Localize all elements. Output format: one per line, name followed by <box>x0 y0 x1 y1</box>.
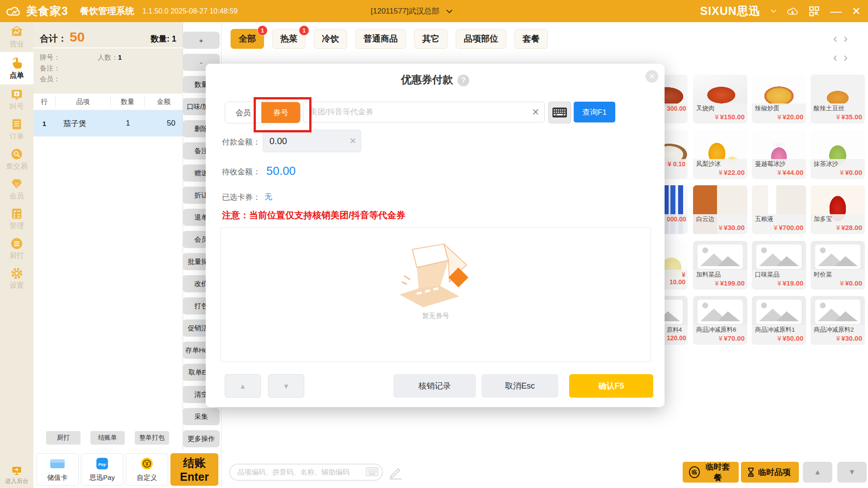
product-card[interactable]: 商品冲减原料2¥¥30.00 <box>811 296 865 345</box>
coupon-code-input[interactable] <box>303 102 545 122</box>
category-tab-combo[interactable]: 套餐 <box>514 29 548 49</box>
payment-method-label: 储值卡 <box>47 474 68 482</box>
product-label-strip: 口味菜品¥¥19.00 <box>752 270 806 290</box>
product-card-partial[interactable]: ¥ 10.00 <box>665 241 688 290</box>
sidebar-item-settings[interactable]: 设置 <box>0 263 33 293</box>
product-label-strip: 商品冲减原料1¥¥50.00 <box>752 325 806 345</box>
sidebar-item-kitchen-print[interactable]: 厨打 <box>0 234 33 263</box>
chevron-left-icon[interactable]: ‹ <box>833 52 837 64</box>
redeem-record-button[interactable]: 核销记录 <box>393 374 476 398</box>
category-tab-label: 品项部位 <box>464 33 498 45</box>
modal-close-button[interactable]: ✕ <box>646 70 658 83</box>
product-card[interactable]: 叉烧肉¥¥150.00 <box>693 75 747 123</box>
sidebar-item-order-taking[interactable]: 点单 <box>0 52 33 84</box>
page-up-button[interactable]: ▲ <box>803 462 832 483</box>
action-button-17[interactable]: 采集 <box>183 408 220 425</box>
sidebar-item-call-number[interactable]: 8叫号 <box>0 84 33 114</box>
coupon-tab-member[interactable]: 会员 <box>225 102 261 123</box>
product-name: 白云边 <box>696 215 745 223</box>
payment-strip: 储值卡Pay思迅Pay自定义 结账Enter <box>36 453 218 486</box>
category-tab-all[interactable]: 全部1 <box>231 29 264 49</box>
chevron-right-icon[interactable]: › <box>844 52 848 64</box>
product-card[interactable]: 凤梨沙冰¥¥22.00 <box>693 130 747 179</box>
col-line: 行 <box>33 97 55 107</box>
product-card[interactable]: 商品冲减原料1¥¥50.00 <box>752 296 806 345</box>
chevron-right-icon[interactable]: › <box>844 33 848 45</box>
clear-amount-icon[interactable]: ✕ <box>349 136 356 146</box>
close-window-button[interactable]: ✕ <box>852 5 861 18</box>
product-card-partial[interactable]: ¥ 0.10 <box>665 130 688 179</box>
payment-method-stored-card[interactable]: 储值卡 <box>36 453 79 486</box>
product-card[interactable]: 蔓越莓冰沙¥¥44.00 <box>752 130 806 179</box>
product-name: 口味菜品 <box>755 271 803 279</box>
category-tab-label: 冷饮 <box>322 33 339 45</box>
product-card-partial[interactable]: 000.00 <box>665 185 688 234</box>
panel-footer-button-0[interactable]: 厨打 <box>46 431 80 445</box>
category-tab-general-goods[interactable]: 普通商品 <box>355 29 406 49</box>
sidebar-item-label: 管理 <box>9 221 24 231</box>
product-card[interactable]: 酸辣土豆丝¥¥35.00 <box>811 75 865 123</box>
sidebar-item-search-transaction[interactable]: 查交易 <box>0 144 33 174</box>
temp-item-button[interactable]: 临时品项 <box>741 462 799 483</box>
scroll-down-button[interactable]: ▼ <box>268 374 304 398</box>
help-icon[interactable]: ? <box>458 75 469 86</box>
temp-combo-button[interactable]: 临 临时套餐 <box>683 462 739 483</box>
category-tab-hot-dishes[interactable]: 热菜1 <box>272 29 306 49</box>
qr-code-icon[interactable] <box>808 5 820 17</box>
virtual-keyboard-button[interactable] <box>548 102 571 123</box>
chevron-down-icon[interactable] <box>770 9 777 13</box>
product-card[interactable]: 辣椒炒蛋¥¥20.00 <box>752 75 806 123</box>
category-tab-label: 全部 <box>239 33 256 45</box>
payment-method-custom[interactable]: 自定义 <box>126 453 168 486</box>
due-amount-value: 50.00 <box>266 164 296 178</box>
product-card[interactable]: 加料菜品¥¥199.00 <box>693 241 747 290</box>
product-label-strip: 加料菜品¥¥199.00 <box>693 270 747 290</box>
item-search-input[interactable] <box>229 464 383 481</box>
panel-footer-button-2[interactable]: 整单打包 <box>135 431 169 445</box>
product-card-partial[interactable]: 300.00 <box>665 75 688 123</box>
category-tab-other[interactable]: 其它 <box>414 29 448 49</box>
product-card[interactable]: 加多宝¥¥28.00 <box>811 185 865 234</box>
image-placeholder-icon <box>698 300 743 324</box>
cancel-button[interactable]: 取消Esc <box>481 374 558 398</box>
checkout-button[interactable]: 结账Enter <box>170 453 218 486</box>
payment-method-sixun-pay[interactable]: Pay思迅Pay <box>81 453 123 486</box>
scroll-up-button[interactable]: ▲ <box>225 374 261 398</box>
product-name: 抹茶冰沙 <box>814 160 862 168</box>
enter-backend-button[interactable]: 进入后台 <box>0 465 33 485</box>
sidebar-item-manage[interactable]: 管理 <box>0 204 33 234</box>
keyboard-icon[interactable] <box>366 467 378 477</box>
panel-footer-button-1[interactable]: 结账单 <box>90 431 125 445</box>
action-button-18[interactable]: 更多操作 <box>183 430 220 447</box>
store-selector[interactable]: [12011577]武汉总部 <box>371 0 453 22</box>
handwriting-pen-icon[interactable] <box>388 465 403 480</box>
confirm-button[interactable]: 确认F5 <box>569 374 653 398</box>
pay-amount-input[interactable] <box>263 130 361 152</box>
cloud-sync-icon[interactable] <box>787 5 798 17</box>
product-card[interactable]: 五粮液¥¥700.00 <box>752 185 806 234</box>
product-card[interactable]: 白云边¥¥30.00 <box>693 185 747 234</box>
product-card[interactable]: 时价菜¥¥0.00 <box>811 241 865 290</box>
currency-outline-icon: ¥ <box>840 169 844 176</box>
clear-input-icon[interactable]: ✕ <box>532 107 539 117</box>
chevron-left-icon[interactable]: ‹ <box>833 33 837 45</box>
product-name: 原料4 <box>667 326 685 334</box>
product-card-partial[interactable]: 原料4120.00 <box>665 296 688 345</box>
product-card[interactable]: 口味菜品¥¥19.00 <box>752 241 806 290</box>
action-button-0[interactable]: + <box>183 32 220 49</box>
product-card[interactable]: 商品冲减原料6¥¥70.00 <box>693 296 747 345</box>
sixun-pay-icon: Pay <box>94 457 111 472</box>
sidebar-item-member[interactable]: 会员 <box>0 174 33 204</box>
price-value: ¥28.00 <box>841 224 862 231</box>
product-price: 120.00 <box>667 334 685 342</box>
table-row[interactable]: 1茄子煲150 <box>33 110 183 136</box>
page-down-button[interactable]: ▼ <box>837 462 867 483</box>
query-button[interactable]: 查询F1 <box>574 102 615 122</box>
product-card[interactable]: 抹茶冰沙¥¥0.00 <box>811 130 865 179</box>
category-tab-item-parts[interactable]: 品项部位 <box>456 29 506 49</box>
minimize-button[interactable]: — <box>830 7 842 16</box>
sidebar-item-orders[interactable]: 订单 <box>0 114 33 144</box>
coupon-tab-coupon-code[interactable]: 券号 <box>261 102 300 123</box>
sidebar-item-business[interactable]: 营业 <box>0 22 33 52</box>
category-tab-cold-drinks[interactable]: 冷饮 <box>314 29 347 49</box>
